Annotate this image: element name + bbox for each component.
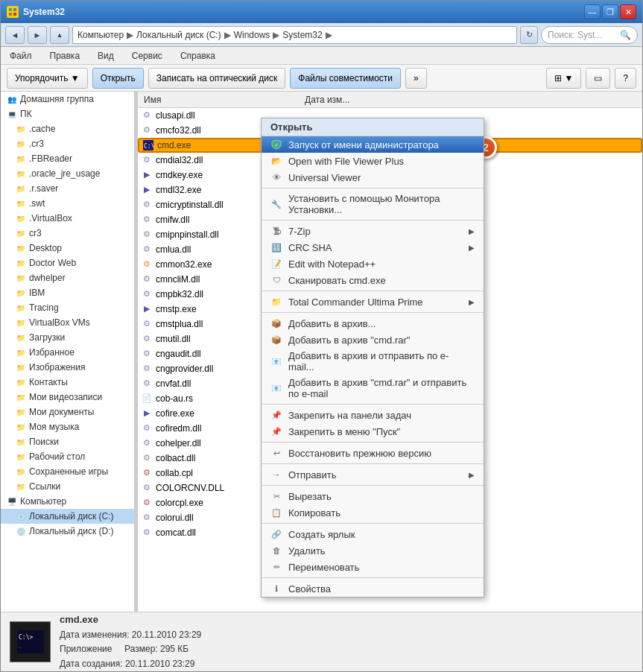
file-icon-10: ⚙ xyxy=(141,259,153,270)
help-button[interactable]: ? xyxy=(615,68,636,89)
organize-button[interactable]: Упорядочить ▼ xyxy=(7,68,88,89)
restore-button[interactable]: ❐ xyxy=(602,4,618,19)
menu-help[interactable]: Справка xyxy=(177,49,218,63)
sidebar-item-dwhelper[interactable]: 📁 dwhelper xyxy=(1,270,134,285)
ctx-add-rar[interactable]: 📦 Добавить в архив "cmd.rar" xyxy=(262,332,484,348)
ctx-copy[interactable]: 📋 Копировать xyxy=(262,504,484,521)
sidebar-item-taskbar[interactable]: 📁 Рабочий стол xyxy=(1,449,134,464)
file-icon-8: ⚙ xyxy=(141,229,153,241)
sidebar-item-tracing[interactable]: 📁 Tracing xyxy=(1,300,134,315)
sidebar-item-doctorweb[interactable]: 📁 Doctor Web xyxy=(1,256,134,270)
menu-service[interactable]: Сервис xyxy=(129,49,165,63)
ctx-file-viewer[interactable]: 📂 Open with File Viewer Plus xyxy=(262,153,484,169)
sidebar-item-cache[interactable]: 📁 .cache xyxy=(1,121,134,136)
sidebar-item-images[interactable]: 📁 Изображения xyxy=(1,360,134,375)
path-drive[interactable]: Локальный диск (C:) xyxy=(136,30,221,40)
refresh-button[interactable]: ↻ xyxy=(520,26,538,44)
ctx-sep-7 xyxy=(262,463,484,464)
ctx-restore-prev[interactable]: ↩ Восстановить прежнюю версию xyxy=(262,445,484,461)
sidebar-item-disk-d[interactable]: 💿 Локальный диск (D:) xyxy=(1,524,134,539)
ctx-universal-viewer[interactable]: 👁 Universal Viewer xyxy=(262,169,484,186)
ctx-pin-start[interactable]: 📌 Закрепить в меню "Пуск" xyxy=(262,423,484,440)
view-button[interactable]: ⊞ ▼ xyxy=(546,68,581,89)
file-icon-6: ⚙ xyxy=(141,199,153,211)
sidebar-item-fbreader[interactable]: 📁 .FBReader xyxy=(1,151,134,166)
minimize-button[interactable]: — xyxy=(584,4,601,19)
ctx-add-rar-email[interactable]: 📧 Добавить в архив "cmd.rar" и отправить… xyxy=(262,375,484,402)
ctx-crc[interactable]: 🔢 CRC SHA ▶ xyxy=(262,239,484,256)
file-icon-22: ⚙ xyxy=(141,437,153,449)
sidebar-item-pc[interactable]: 💻 ПК xyxy=(1,107,134,121)
ctx-sep-2 xyxy=(262,220,484,221)
more-button[interactable]: » xyxy=(405,68,427,89)
sidebar-item-rsaver[interactable]: 📁 .r.saver xyxy=(1,181,134,196)
sidebar-item-disk-c[interactable]: 💿 Локальный диск (C:) xyxy=(1,509,134,524)
ctx-properties[interactable]: ℹ Свойства xyxy=(262,580,484,597)
sidebar-label-vbox: .VirtualBox xyxy=(29,213,72,224)
menu-file[interactable]: Файл xyxy=(7,49,35,63)
ctx-7zip[interactable]: 🗜 7-Zip ▶ xyxy=(262,223,484,239)
address-path[interactable]: Компьютер ▶ Локальный диск (C:) ▶ Window… xyxy=(72,26,517,44)
sidebar-item-downloads[interactable]: 📁 Загрузки xyxy=(1,330,134,345)
folder-icon-rsaver: 📁 xyxy=(16,183,26,194)
menu-edit[interactable]: Правка xyxy=(47,49,83,63)
folder-icon-dwhelper: 📁 xyxy=(16,273,26,283)
close-button[interactable]: ✕ xyxy=(620,4,636,19)
sidebar-item-searches[interactable]: 📁 Поиски xyxy=(1,434,134,449)
ctx-copy-label: Копировать xyxy=(288,507,340,519)
burn-button[interactable]: Записать на оптический диск xyxy=(148,68,286,89)
path-windows[interactable]: Windows xyxy=(234,30,270,40)
path-system32[interactable]: System32 xyxy=(282,30,322,40)
ctx-scan[interactable]: 🛡 Сканировать cmd.exe xyxy=(262,272,484,288)
ctx-pin-taskbar[interactable]: 📌 Закрепить на панели задач xyxy=(262,407,484,423)
file-name-26: colorcpl.exe xyxy=(156,498,203,508)
ctx-notepad-label: Edit with Notepad++ xyxy=(288,259,376,270)
compat-button[interactable]: Файлы совместимости xyxy=(290,68,401,89)
sidebar-item-videos[interactable]: 📁 Мои видеозаписи xyxy=(1,390,134,405)
ctx-crc-arrow: ▶ xyxy=(469,244,475,252)
ctx-install[interactable]: 🔧 Установить с помощью Монитора Установк… xyxy=(262,191,484,218)
ctx-totalcmd[interactable]: 📁 Total Commander Ultima Prime ▶ xyxy=(262,294,484,310)
sidebar-item-oracle[interactable]: 📁 .oracle_jre_usage xyxy=(1,166,134,181)
sidebar-item-cr3b[interactable]: 📁 cr3 xyxy=(1,226,134,241)
sidebar-label-images: Изображения xyxy=(29,362,85,373)
sidebar-item-favorites[interactable]: 📁 Избранное xyxy=(1,345,134,360)
back-button[interactable]: ◄ xyxy=(5,26,25,44)
sidebar-item-vbox[interactable]: 📁 .VirtualBox xyxy=(1,211,134,226)
ctx-run-as-admin[interactable]: ✓ Запуск от имени администратора xyxy=(262,136,484,153)
ctx-cut[interactable]: ✂ Вырезать xyxy=(262,488,484,504)
col-name-header[interactable]: Имя xyxy=(141,95,305,105)
up-button[interactable]: ▲ xyxy=(50,26,69,44)
sidebar-item-music[interactable]: 📁 Моя музыка xyxy=(1,419,134,434)
path-computer[interactable]: Компьютер xyxy=(77,30,124,40)
search-box[interactable]: Поиск: Syst... 🔍 xyxy=(541,26,638,44)
tc-icon: 📁 xyxy=(270,296,282,308)
ctx-shortcut[interactable]: 🔗 Создать ярлык xyxy=(262,526,484,542)
sidebar-item-swt[interactable]: 📁 .swt xyxy=(1,196,134,211)
file-icon-5: ▶ xyxy=(141,184,153,196)
ctx-add-email[interactable]: 📧 Добавить в архив и отправить по e-mail… xyxy=(262,348,484,375)
sidebar-item-contacts[interactable]: 📁 Контакты xyxy=(1,375,134,390)
shortcut-icon: 🔗 xyxy=(270,528,282,540)
ctx-send[interactable]: → Отправить ▶ xyxy=(262,466,484,483)
sidebar-item-docs[interactable]: 📁 Мои документы xyxy=(1,405,134,419)
sidebar-item-vboxvms[interactable]: 📁 VirtualBox VMs xyxy=(1,315,134,330)
col-date-header[interactable]: Дата изм... xyxy=(305,95,409,105)
forward-button[interactable]: ► xyxy=(28,26,47,44)
file-icon-11: ⚙ xyxy=(141,273,153,285)
sidebar-item-computer[interactable]: 🖥️ Компьютер xyxy=(1,494,134,509)
sidebar-item-savedgames[interactable]: 📁 Сохраненные игры xyxy=(1,464,134,479)
menu-view[interactable]: Вид xyxy=(95,49,117,63)
preview-button[interactable]: ▭ xyxy=(586,68,610,89)
sidebar-item-homegroup[interactable]: 👥 Домашняя группа xyxy=(1,92,134,107)
ctx-notepad[interactable]: 📝 Edit with Notepad++ xyxy=(262,256,484,272)
ctx-delete[interactable]: 🗑 Удалить xyxy=(262,542,484,559)
ctx-add-archive[interactable]: 📦 Добавить в архив... xyxy=(262,315,484,332)
ctx-rename[interactable]: ✏ Переименовать xyxy=(262,559,484,575)
sidebar-item-desktop[interactable]: 📁 Desktop xyxy=(1,241,134,256)
open-button[interactable]: Открыть xyxy=(92,68,144,89)
sidebar-item-links[interactable]: 📁 Ссылки xyxy=(1,479,134,494)
sidebar-item-cr3a[interactable]: 📁 .cr3 xyxy=(1,136,134,151)
ctx-universal-viewer-label: Universal Viewer xyxy=(288,172,361,183)
sidebar-item-ibm[interactable]: 📁 IBM xyxy=(1,285,134,300)
